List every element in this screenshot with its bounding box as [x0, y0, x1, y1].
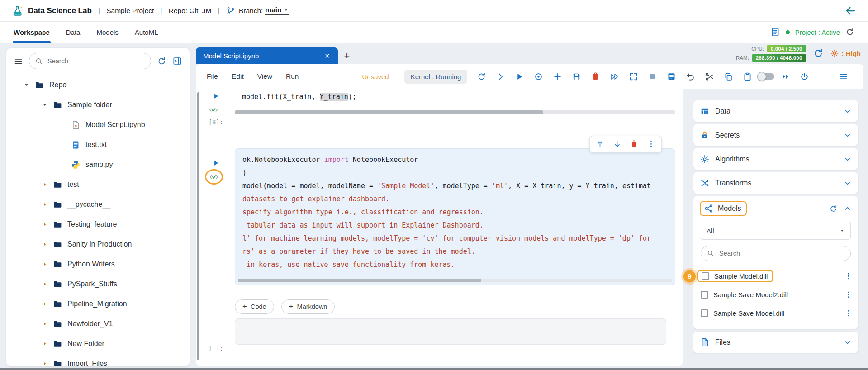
models-refresh-icon[interactable]	[829, 204, 838, 213]
tree-item-test-txt[interactable]: test.txt	[6, 135, 190, 155]
caret-right-icon[interactable]	[42, 261, 48, 267]
menu-file[interactable]: File	[207, 72, 218, 81]
new-tab-button[interactable]: +	[338, 47, 356, 64]
caret-right-icon[interactable]	[42, 301, 48, 307]
toolbar-menu-icon[interactable]	[834, 68, 853, 85]
tree-item-sample-folder[interactable]: Sample folder	[6, 95, 190, 115]
tree-item-sanity-in-production[interactable]: Sanity in Production	[6, 234, 190, 254]
tree-item-pipeline-migration[interactable]: Pipeline_Migration	[6, 294, 190, 314]
vertical-scrollbar[interactable]	[197, 92, 199, 360]
caret-right-icon[interactable]	[42, 221, 48, 228]
code-cell-1[interactable]: model.fit(X_train, Y_train);	[242, 90, 674, 104]
run-cell-icon[interactable]	[212, 92, 220, 100]
menu-run[interactable]: Run	[286, 72, 299, 81]
model-item-sample-save-model-dill[interactable]: Sample Save Model.dill	[701, 304, 854, 323]
chevron-up-icon[interactable]	[844, 204, 852, 213]
caret-right-icon[interactable]	[42, 361, 48, 366]
cell1-horizontal-scrollbar[interactable]	[235, 110, 675, 114]
menu-edit[interactable]: Edit	[232, 72, 244, 81]
add-code-button[interactable]: + Code	[235, 299, 274, 314]
cell-delete-icon[interactable]	[627, 138, 641, 151]
run-cell-icon[interactable]	[212, 159, 220, 167]
files-section[interactable]: Files	[693, 332, 858, 353]
delete-icon[interactable]	[586, 68, 605, 85]
nav-tab-workspace[interactable]: Workspace	[14, 22, 50, 43]
stop-icon[interactable]	[643, 68, 662, 85]
project-refresh-icon[interactable]	[845, 28, 854, 37]
nav-tab-models[interactable]: Models	[96, 22, 118, 43]
nav-tab-data[interactable]: Data	[66, 22, 81, 43]
code-cell-2[interactable]: ok.NotebookExecutor import NotebookExecu…	[235, 148, 675, 285]
add-markdown-button[interactable]: + Markdown	[281, 299, 335, 314]
caret-right-icon[interactable]	[42, 321, 48, 327]
tree-item-samp-py[interactable]: samp.py	[6, 155, 190, 175]
scrollbar-thumb[interactable]	[238, 279, 481, 282]
tree-item-model-script-ipynb[interactable]: Model Script.ipynb	[6, 115, 190, 135]
notebook-panel-icon[interactable]	[662, 68, 681, 85]
tree-item-new-folder[interactable]: New Folder	[6, 334, 190, 354]
caret-right-icon[interactable]	[42, 281, 48, 287]
cell-move-down-icon[interactable]	[610, 138, 624, 151]
caret-down-icon[interactable]	[42, 102, 48, 108]
model-more-options-icon[interactable]	[843, 308, 854, 319]
copy-cell-icon[interactable]	[719, 68, 738, 85]
caret-right-icon[interactable]	[42, 341, 48, 347]
play-icon[interactable]	[510, 68, 529, 85]
chevron-down-icon[interactable]	[844, 131, 852, 139]
repo-label[interactable]: Repo: Git_JM	[169, 7, 212, 15]
file-tree-refresh-icon[interactable]	[157, 57, 166, 66]
cut-cell-icon[interactable]	[700, 68, 719, 85]
panel-toggle-icon[interactable]	[172, 56, 182, 66]
stats-refresh-icon[interactable]	[813, 48, 824, 59]
toggle-switch[interactable]	[757, 68, 776, 85]
scrollbar-thumb[interactable]	[235, 110, 543, 114]
menu-view[interactable]: View	[257, 72, 272, 81]
power-icon[interactable]	[795, 68, 814, 85]
project-report-icon[interactable]	[770, 27, 780, 37]
branch-selector[interactable]: Branch: main	[239, 6, 289, 15]
model-more-options-icon[interactable]	[843, 271, 854, 282]
models-search-input[interactable]	[701, 246, 851, 261]
cell2-horizontal-scrollbar[interactable]	[238, 279, 672, 282]
model-checkbox[interactable]	[702, 272, 709, 280]
chevron-down-icon[interactable]	[844, 107, 852, 115]
model-item-sample-model-dill[interactable]: 9Sample Model.dill	[701, 267, 854, 285]
tree-item-import-files[interactable]: Import_Files	[6, 354, 190, 366]
section-secrets[interactable]: Secrets	[693, 124, 858, 146]
tree-item-python-writers[interactable]: Python Writers	[6, 254, 190, 274]
chevron-down-icon[interactable]	[844, 155, 852, 163]
empty-code-cell[interactable]	[235, 318, 666, 345]
models-filter-select[interactable]: All	[701, 222, 851, 240]
close-tab-icon[interactable]	[324, 52, 331, 59]
tree-item-newfolder-v1[interactable]: Newfolder_V1	[6, 314, 190, 334]
nav-tab-automl[interactable]: AutoML	[135, 22, 158, 43]
chevron-down-icon[interactable]	[844, 338, 852, 346]
models-section-header[interactable]: Models	[693, 196, 858, 221]
model-more-options-icon[interactable]	[843, 289, 854, 300]
caret-down-icon[interactable]	[24, 82, 30, 88]
project-name[interactable]: Sample Project	[106, 7, 154, 15]
tree-item-test[interactable]: test	[6, 175, 190, 194]
tab-model-script[interactable]: Model Script.ipynb	[196, 47, 338, 64]
section-data[interactable]: Data	[693, 100, 858, 122]
run-all-icon[interactable]	[605, 68, 624, 85]
add-cell-icon[interactable]	[548, 68, 567, 85]
tree-item-testing-feature[interactable]: Testing_feature	[6, 214, 190, 234]
tree-item-repo[interactable]: Repo	[6, 75, 190, 95]
cell-move-up-icon[interactable]	[593, 138, 607, 151]
model-checkbox[interactable]	[701, 309, 708, 317]
chevron-down-icon[interactable]	[844, 179, 852, 187]
model-checkbox[interactable]	[701, 291, 708, 299]
file-search-input[interactable]	[29, 53, 151, 69]
run-chevron-icon[interactable]	[491, 68, 510, 85]
fast-forward-icon[interactable]	[776, 68, 795, 85]
refresh-icon[interactable]	[472, 68, 491, 85]
cell-more-options-icon[interactable]	[644, 138, 658, 151]
undo-icon[interactable]	[681, 68, 700, 85]
caret-right-icon[interactable]	[42, 201, 48, 208]
tree-item-pyspark-stuffs[interactable]: PySpark_Stuffs	[6, 274, 190, 294]
section-transforms[interactable]: Transforms	[693, 172, 858, 194]
model-item-sample-save-model2-dill[interactable]: Sample Save Model2.dill	[701, 285, 854, 304]
expand-icon[interactable]	[624, 68, 643, 85]
save-icon[interactable]	[567, 68, 586, 85]
